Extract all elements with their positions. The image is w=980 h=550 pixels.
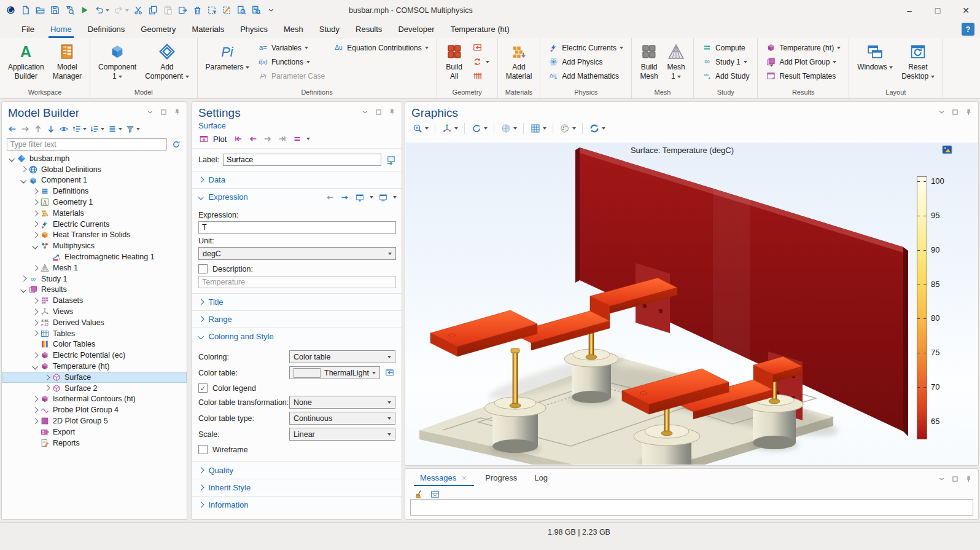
tree-expander[interactable] — [31, 321, 39, 325]
panel-pin-button[interactable] — [387, 108, 397, 117]
expand-all-button[interactable] — [71, 124, 87, 135]
show-name-button[interactable] — [385, 154, 397, 166]
color-table-select[interactable]: ThermalLight — [289, 366, 380, 379]
tree-expander[interactable] — [31, 222, 39, 226]
ribbon-button-add-plot-group[interactable]: Add Plot Group — [763, 55, 843, 68]
description-input[interactable] — [198, 276, 396, 288]
ribbon-button-add-material[interactable]: AddMaterial — [502, 40, 537, 82]
tree-expander[interactable] — [31, 211, 39, 216]
menu-tab-physics[interactable]: Physics — [232, 20, 276, 38]
menu-tab-definitions[interactable]: Definitions — [80, 20, 133, 38]
messages-log-box[interactable] — [410, 499, 973, 516]
replace-expression-caret[interactable] — [370, 196, 373, 198]
find-button[interactable] — [235, 2, 249, 18]
description-checkbox[interactable] — [198, 264, 208, 273]
ribbon-button-component-1[interactable]: Component1 — [94, 40, 141, 82]
tree-item-electric-currents[interactable]: Electric Currents — [2, 219, 187, 230]
expression-input[interactable] — [198, 221, 396, 234]
first-plot-button[interactable] — [233, 133, 244, 144]
undo-button[interactable] — [92, 2, 111, 18]
ribbon-button-variables[interactable]: a=Variables — [255, 41, 327, 54]
panel-caret-button[interactable] — [937, 108, 946, 117]
section-range[interactable]: Range — [192, 310, 402, 328]
ribbon-button-electric-currents[interactable]: Electric Currents — [546, 41, 626, 54]
menu-tab-materials[interactable]: Materials — [184, 20, 232, 38]
ribbon-button-mesh-1[interactable]: Mesh1 — [663, 40, 690, 82]
ribbon-button-windows[interactable]: Windows — [853, 40, 897, 73]
section-information[interactable]: Information — [192, 496, 402, 513]
section-expression[interactable]: Expression — [192, 188, 402, 205]
tree-item-electric-potential-ec[interactable]: Electric Potential (ec) — [2, 350, 187, 361]
tree-expander[interactable] — [31, 200, 39, 205]
next-plot-button[interactable] — [262, 133, 273, 144]
tree-expander[interactable] — [31, 266, 39, 270]
delete-button[interactable] — [190, 2, 204, 18]
move-node-button[interactable] — [176, 2, 190, 18]
ribbon-button-functions[interactable]: f(x)Functions — [255, 55, 327, 68]
tree-table-button[interactable] — [107, 124, 123, 135]
overflow-chevron-button[interactable] — [264, 2, 278, 18]
ribbon-button-update-geometry[interactable] — [470, 55, 492, 68]
tree-item-busbar-mph[interactable]: busbar.mph — [2, 153, 187, 164]
scene-light-button[interactable] — [559, 122, 577, 135]
plot-options-caret[interactable] — [306, 138, 310, 140]
panel-float-button[interactable] — [951, 474, 960, 484]
cut-button[interactable] — [131, 2, 146, 18]
redo-button[interactable] — [112, 2, 131, 18]
tree-item-2d-plot-group-5[interactable]: 2D Plot Group 5 — [2, 415, 187, 426]
tree-expander[interactable] — [31, 299, 39, 303]
ribbon-button-temperature-ht[interactable]: Temperature (ht) — [763, 41, 843, 54]
minimize-button[interactable]: – — [895, 0, 924, 20]
ribbon-button-model-manager[interactable]: ModelManager — [49, 40, 86, 82]
coloring-select[interactable]: Color table — [289, 350, 395, 363]
save-button[interactable] — [48, 2, 62, 18]
ribbon-button-build-mesh[interactable]: BuildMesh — [636, 40, 663, 82]
tree-item-datasets[interactable]: Datasets — [2, 295, 187, 306]
ribbon-button-result-templates[interactable]: Result Templates — [763, 69, 843, 82]
copy-button[interactable] — [146, 2, 160, 18]
view-orientation-button[interactable] — [441, 122, 459, 135]
panel-float-button[interactable] — [951, 108, 960, 117]
menu-tab-geometry[interactable]: Geometry — [133, 20, 184, 38]
scale-select[interactable]: Linear — [289, 428, 395, 441]
ribbon-button-add-mathematics[interactable]: ΔuAdd Mathematics — [546, 69, 626, 82]
move-up-grey-button[interactable] — [33, 124, 44, 135]
tree-item-temperature-ht[interactable]: Temperature (ht) — [2, 361, 187, 372]
refresh-filter-button[interactable] — [171, 139, 182, 150]
menu-tab-home[interactable]: Home — [42, 20, 80, 38]
tree-item-study-1[interactable]: ∞Study 1 — [2, 273, 187, 285]
tree-item-isothermal-contours-ht[interactable]: Isothermal Contours (ht) — [2, 394, 187, 405]
ribbon-button-add-study[interactable]: ∞Add Study — [699, 69, 752, 82]
plot-button[interactable] — [198, 133, 209, 144]
expression-prev-button[interactable] — [325, 192, 335, 203]
update-plot-button[interactable] — [588, 122, 606, 135]
close-tab-icon[interactable] — [461, 474, 468, 482]
menu-tab-file[interactable]: File — [14, 20, 42, 38]
tree-filter-input[interactable] — [7, 138, 167, 151]
open-color-table-button[interactable] — [384, 367, 395, 379]
tree-expander[interactable] — [42, 386, 51, 390]
tree-expander[interactable] — [19, 277, 28, 281]
menu-tab-mesh[interactable]: Mesh — [276, 20, 311, 38]
color-table-transformation-select[interactable]: None — [289, 396, 395, 409]
panel-caret-button[interactable] — [146, 108, 155, 117]
menu-tab-temperature-ht[interactable]: Temperature (ht) — [443, 20, 518, 38]
tree-item-reports[interactable]: Reports — [2, 438, 187, 449]
graphics-canvas[interactable]: Surface: Temperature (degC) — [406, 143, 978, 465]
expression-next-button[interactable] — [340, 192, 350, 203]
panel-float-button[interactable] — [374, 108, 383, 117]
tree-item-multiphysics[interactable]: Multiphysics — [2, 240, 187, 251]
tree-item-surface-2[interactable]: Surface 2 — [2, 383, 187, 394]
tree-item-surface[interactable]: Surface — [2, 372, 187, 383]
tab-log[interactable]: Log — [527, 469, 555, 486]
replace-expression-button[interactable] — [354, 192, 365, 203]
label-input[interactable] — [223, 154, 381, 166]
panel-caret-button[interactable] — [360, 108, 370, 117]
tree-item-heat-transfer-in-solids[interactable]: Heat Transfer in Solids — [2, 230, 187, 241]
tree-expander[interactable] — [31, 244, 39, 248]
insert-expression-caret[interactable] — [393, 196, 397, 198]
maximize-button[interactable]: □ — [924, 0, 952, 20]
ribbon-button-add-physics[interactable]: Add Physics — [546, 55, 626, 68]
wireframe-checkbox[interactable] — [198, 445, 208, 454]
select-box-button[interactable] — [205, 2, 219, 18]
